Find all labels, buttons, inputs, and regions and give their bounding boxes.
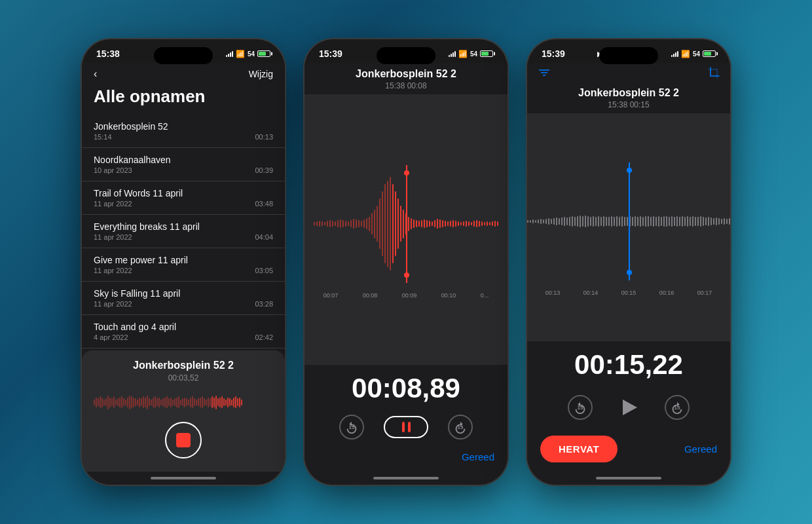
recording-duration: 03:28 — [255, 300, 273, 308]
dynamic-island-3 — [599, 47, 658, 64]
recording-date: 11 apr 2022 — [94, 267, 132, 274]
crop-icon[interactable] — [708, 67, 720, 82]
player-time-display: 00:03,52 — [94, 373, 273, 383]
signal-3 — [671, 50, 678, 57]
playhead-bottom-2 — [404, 272, 409, 278]
tl-label: 00:16 — [659, 290, 674, 296]
battery-label-2: 54 — [470, 50, 477, 58]
record-btn-container — [94, 422, 273, 458]
gereed-button-2[interactable]: Gereed — [462, 451, 494, 462]
hervat-button[interactable]: HERVAT — [540, 436, 618, 462]
timeline-2: 00:07 00:08 00:09 00:10 0... — [304, 290, 507, 301]
skip-forward-button-3[interactable]: 15 — [665, 395, 690, 420]
waveform-canvas-2 — [304, 159, 507, 290]
recording-date: 11 apr 2022 — [94, 300, 132, 308]
tl-label: 00:10 — [441, 292, 456, 299]
pause-bar-left — [402, 422, 405, 432]
tl-label: 00:13 — [545, 290, 561, 296]
recording-item[interactable]: Sky is Falling 11 april 11 apr 2022 03:2… — [82, 282, 285, 315]
battery-1 — [257, 50, 270, 57]
skip-back-label-2: 15 — [349, 424, 355, 430]
home-bar-3 — [596, 477, 661, 479]
back-button[interactable]: ‹ — [94, 68, 97, 80]
recording-name: Sky is Falling 11 april — [94, 288, 273, 299]
playhead-line-3 — [629, 162, 630, 280]
player-title: Jonkerbosplein 52 2 — [94, 360, 273, 371]
playhead-line-2 — [406, 165, 407, 283]
status-icons-3: 📶 54 — [671, 50, 716, 58]
recording-date: 11 apr 2022 — [94, 233, 132, 241]
phone-1: 15:38 📶 54 ‹ Wijzig Alle opnamen Jonkerb… — [82, 39, 285, 485]
recording-duration: 00:13 — [255, 133, 273, 141]
timeline-3: 00:13 00:14 00:15 00:16 00:17 — [527, 287, 730, 299]
recordings-list: Jonkerbosplein 52 15:14 00:13 Noordkanaa… — [82, 115, 285, 350]
skip-back-button-3[interactable]: 15 — [568, 395, 593, 420]
waveform-display-2: 00:07 00:08 00:09 00:10 0... — [304, 94, 507, 365]
recording-name: Jonkerbosplein 52 — [94, 121, 273, 132]
status-icons-2: 📶 54 — [449, 50, 493, 58]
time-3: 15:39 — [542, 48, 565, 59]
play-triangle-icon — [623, 400, 637, 415]
dynamic-island-1 — [154, 47, 213, 64]
recording-duration: 00:39 — [255, 166, 273, 174]
tl-label: 00:09 — [402, 292, 417, 299]
recording-meta: 11 apr 2022 03:05 — [94, 267, 273, 274]
status-icons-1: 📶 54 — [226, 50, 270, 58]
stop-icon — [176, 433, 191, 447]
recording-item[interactable]: Everything breaks 11 april 11 apr 2022 0… — [82, 215, 285, 248]
song-title-2: Jonkerbosplein 52 2 — [316, 68, 496, 80]
page-title: Alle opnamen — [82, 86, 285, 115]
tl-label: 00:15 — [621, 290, 637, 296]
home-indicator-1 — [82, 472, 285, 485]
tl-label: 00:07 — [323, 292, 339, 299]
top-icons-row — [527, 63, 730, 82]
tl-label: 00:14 — [583, 290, 599, 296]
phone-3: 15:39 ▶ 📶 54 — [527, 39, 730, 485]
phone-2: 15:39 📶 54 Jonkerbosplein 52 2 15:38 00:… — [304, 39, 507, 485]
player-header-2: Jonkerbosplein 52 2 15:38 00:08 — [304, 63, 507, 94]
waveform-canvas-3 — [527, 156, 730, 287]
recording-item[interactable]: Noordkanaalhaven 10 apr 2023 00:39 — [82, 148, 285, 181]
playhead-top-3 — [627, 168, 632, 173]
home-indicator-3 — [527, 472, 730, 485]
wifi-3: 📶 — [681, 50, 690, 58]
recording-meta: 11 apr 2022 04:04 — [94, 233, 273, 241]
recording-date: 15:14 — [94, 133, 112, 141]
recording-meta: 10 apr 2023 00:39 — [94, 166, 273, 174]
recording-item[interactable]: Touch and go 4 april 4 apr 2022 02:42 — [82, 315, 285, 348]
dynamic-island-2 — [377, 47, 435, 64]
recording-item[interactable]: Give me power 11 april 11 apr 2022 03:05 — [82, 248, 285, 282]
pause-button-2[interactable] — [384, 416, 428, 438]
wifi-1: 📶 — [236, 50, 245, 58]
action-bar-3: HERVAT Gereed — [527, 432, 730, 472]
skip-back-label-3: 15 — [578, 405, 583, 411]
content-1: ‹ Wijzig Alle opnamen Jonkerbosplein 52 … — [82, 63, 285, 472]
recording-item[interactable]: Jonkerbosplein 52 15:14 00:13 — [82, 115, 285, 148]
skip-back-button-2[interactable]: 15 — [339, 415, 364, 440]
player-controls-2: 15 15 — [304, 409, 507, 447]
playhead-bottom-3 — [627, 270, 632, 275]
signal-2 — [449, 50, 456, 57]
waveform-display-3: 00:13 00:14 00:15 00:16 00:17 — [527, 113, 730, 341]
gereed-button-3[interactable]: Gereed — [684, 443, 717, 455]
skip-forward-label-3: 15 — [674, 405, 680, 411]
signal-1 — [226, 50, 233, 57]
play-button-3[interactable] — [612, 391, 645, 424]
recording-meta: 4 apr 2022 02:42 — [94, 333, 273, 341]
recording-item[interactable]: Trail of Words 11 april 11 apr 2022 03:4… — [82, 181, 285, 215]
filter-icon[interactable] — [538, 67, 551, 81]
wijzig-button[interactable]: Wijzig — [249, 69, 273, 79]
record-button[interactable] — [165, 422, 202, 458]
recording-duration: 03:05 — [255, 267, 273, 274]
recording-name: Touch and go 4 april — [94, 322, 273, 332]
skip-forward-button-2[interactable]: 15 — [448, 415, 473, 440]
time-1: 15:38 — [96, 48, 120, 59]
recording-date: 11 apr 2022 — [94, 200, 132, 208]
home-bar-1 — [151, 477, 216, 479]
battery-2 — [480, 50, 493, 57]
recording-name: Everything breaks 11 april — [94, 221, 273, 232]
content-3: Jonkerbosplein 52 2 15:38 00:15 00:13 00… — [527, 63, 730, 472]
tl-label: 0... — [481, 292, 489, 299]
content-2: Jonkerbosplein 52 2 15:38 00:08 00:07 00… — [304, 63, 507, 472]
song-meta-2: 15:38 00:08 — [316, 81, 496, 90]
